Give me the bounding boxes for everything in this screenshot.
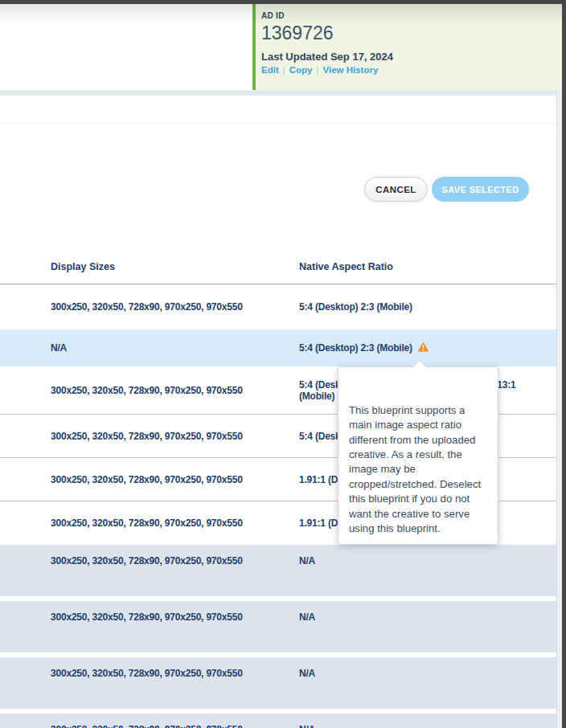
ad-id-label: AD ID <box>261 11 562 20</box>
table-row[interactable]: N/A5:4 (Desktop) 2:3 (Mobile) <box>0 329 556 366</box>
ad-id-value: 1369726 <box>261 22 562 44</box>
table-row[interactable]: 300x250, 320x50, 728x90, 970x250, 970x55… <box>0 657 556 709</box>
table-row[interactable]: 300x250, 320x50, 728x90, 970x250, 970x55… <box>0 601 556 652</box>
display-sizes-cell: 300x250, 320x50, 728x90, 970x250, 970x55… <box>51 474 292 485</box>
link-separator: | <box>316 65 318 75</box>
aspect-ratio-cell: 5:4 (Desktop) 2:3 (Mobile) <box>299 301 550 313</box>
link-separator: | <box>283 65 285 75</box>
cancel-button[interactable]: CANCEL <box>364 177 428 202</box>
section-divider-band <box>0 90 562 96</box>
page-right-edge <box>562 0 566 728</box>
ad-action-links: Edit|Copy|View History <box>261 65 562 75</box>
aspect-ratio-text: N/A <box>299 611 315 623</box>
table-row[interactable]: 300x250, 320x50, 728x90, 970x250, 970x55… <box>0 545 556 596</box>
aspect-ratio-text: 5:4 (Desktop) 2:3 (Mobile) <box>299 301 412 313</box>
blueprint-selection-screen: AD ID 1369726 Last Updated Sep 17, 2024 … <box>0 0 566 728</box>
table-row[interactable]: 300x250, 320x50, 728x90, 970x250, 970x55… <box>0 714 556 728</box>
display-sizes-cell: N/A <box>51 342 292 354</box>
display-sizes-cell: 300x250, 320x50, 728x90, 970x250, 970x55… <box>51 385 292 396</box>
aspect-ratio-cell: N/A <box>299 555 550 566</box>
section-divider-line <box>0 122 556 123</box>
column-header-native-aspect-ratio: Native Aspect Ratio <box>299 261 393 272</box>
display-sizes-cell: 300x250, 320x50, 728x90, 970x250, 970x55… <box>51 517 292 529</box>
display-sizes-cell: 300x250, 320x50, 728x90, 970x250, 970x55… <box>51 724 292 728</box>
aspect-ratio-text: N/A <box>299 555 315 566</box>
aspect-ratio-text: N/A <box>299 668 315 679</box>
display-sizes-cell: 300x250, 320x50, 728x90, 970x250, 970x55… <box>51 611 292 623</box>
edit-link[interactable]: Edit <box>261 65 279 75</box>
warning-icon[interactable] <box>417 342 429 352</box>
aspect-ratio-cell: N/A <box>299 724 550 728</box>
save-selected-button[interactable]: SAVE SELECTED <box>432 177 529 202</box>
column-header-display-sizes: Display Sizes <box>51 261 115 272</box>
copy-link[interactable]: Copy <box>289 65 313 75</box>
blueprint-warning-tooltip: This blueprint supports a main image asp… <box>338 366 498 545</box>
tooltip-text: This blueprint supports a main image asp… <box>349 404 481 534</box>
ad-info-panel: AD ID 1369726 Last Updated Sep 17, 2024 … <box>256 4 562 90</box>
display-sizes-cell: 300x250, 320x50, 728x90, 970x250, 970x55… <box>51 431 292 442</box>
aspect-ratio-cell: N/A <box>299 611 550 623</box>
aspect-ratio-cell: N/A <box>299 668 550 679</box>
view-history-link[interactable]: View History <box>322 65 378 75</box>
table-row[interactable]: 300x250, 320x50, 728x90, 970x250, 970x55… <box>0 284 556 329</box>
aspect-ratio-text: N/A <box>299 724 315 728</box>
display-sizes-cell: 300x250, 320x50, 728x90, 970x250, 970x55… <box>51 668 292 679</box>
display-sizes-cell: 300x250, 320x50, 728x90, 970x250, 970x55… <box>51 301 292 313</box>
top-left-panel <box>0 4 252 90</box>
page-top-edge <box>0 0 566 4</box>
vertical-scrollbar-track[interactable] <box>556 90 562 728</box>
aspect-ratio-cell: 5:4 (Desktop) 2:3 (Mobile) <box>299 342 550 354</box>
aspect-ratio-text: 5:4 (Desktop) 2:3 (Mobile) <box>299 342 412 354</box>
last-updated-text: Last Updated Sep 17, 2024 <box>261 51 562 63</box>
display-sizes-cell: 300x250, 320x50, 728x90, 970x250, 970x55… <box>51 555 292 566</box>
